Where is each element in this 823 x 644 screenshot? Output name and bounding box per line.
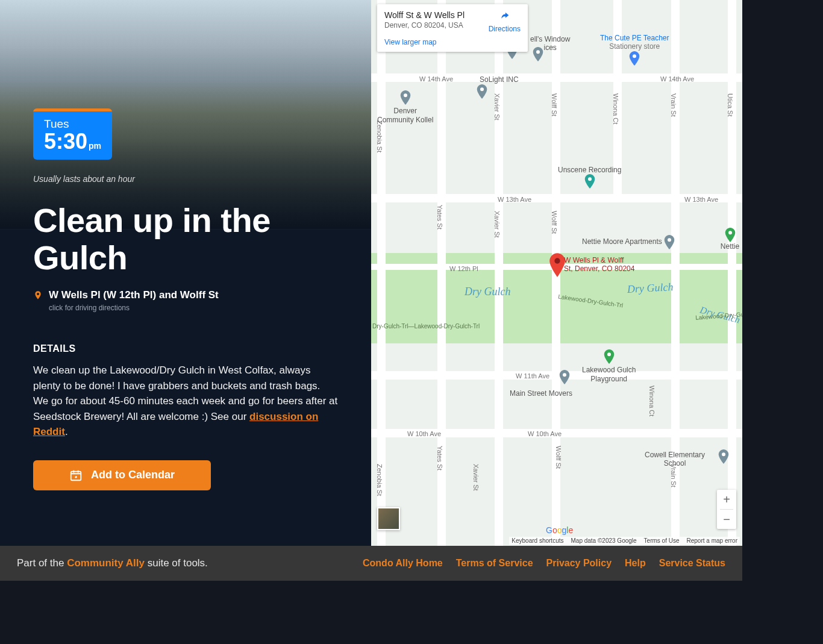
- map-data-label: Map data ©2023 Google: [571, 537, 636, 544]
- svg-point-7: [722, 452, 725, 456]
- road-label: Xavier St: [493, 93, 501, 120]
- svg-point-3: [588, 178, 592, 181]
- footer-link-status[interactable]: Service Status: [659, 558, 725, 569]
- community-ally-link[interactable]: Community Ally: [67, 557, 145, 569]
- road-label: W 14th Ave: [419, 75, 453, 83]
- road-label: Wolff St: [555, 446, 562, 469]
- tree-pin-icon: [725, 228, 736, 242]
- view-larger-map-link[interactable]: View larger map: [384, 38, 436, 46]
- tree-pin-icon: [604, 349, 615, 364]
- shopping-pin-icon: [629, 51, 640, 66]
- footer-link-privacy[interactable]: Privacy Policy: [546, 558, 612, 569]
- road-label: W 12th Pl: [449, 265, 478, 272]
- poi[interactable]: Nettie Moore Apartments: [582, 235, 675, 249]
- svg-point-8: [480, 87, 484, 91]
- keyboard-shortcuts-link[interactable]: Keyboard shortcuts: [512, 537, 563, 544]
- svg-point-5: [728, 231, 732, 234]
- road-label: Yates St: [436, 446, 443, 470]
- road-label: Winona Ct: [612, 93, 619, 124]
- road-label: Wolff St: [551, 93, 558, 116]
- road-label: Winona Ct: [648, 386, 656, 416]
- directions-link[interactable]: Directions: [489, 10, 521, 47]
- map-card-title: Wolff St & W Wells Pl: [384, 10, 465, 20]
- footer-link-terms[interactable]: Terms of Service: [456, 558, 533, 569]
- details-body: We clean up the Lakewood/Dry Gulch in We…: [33, 363, 338, 440]
- poi[interactable]: Nettie: [718, 228, 742, 251]
- satellite-toggle[interactable]: [377, 507, 400, 530]
- time-badge: Tues 5:30 pm: [33, 108, 112, 160]
- footer-tagline: Part of the Community Ally suite of tool…: [17, 557, 208, 569]
- place-pin-icon: [400, 90, 411, 105]
- road-label: Vrain St: [670, 93, 677, 117]
- poi[interactable]: Unscene Recording: [558, 166, 621, 191]
- event-ampm: pm: [89, 142, 101, 150]
- svg-point-2: [404, 93, 407, 97]
- footer-link-help[interactable]: Help: [625, 558, 646, 569]
- calendar-icon: [69, 469, 83, 482]
- directions-icon: [498, 10, 511, 23]
- place-pin-icon: [477, 84, 487, 99]
- location-link[interactable]: W Wells Pl (W 12th Pl) and Wolff St clic…: [33, 289, 338, 312]
- zoom-in-button[interactable]: +: [717, 490, 736, 509]
- location-pin-icon: [33, 290, 43, 300]
- road: [728, 0, 736, 546]
- road-label: Wolff St: [551, 211, 558, 234]
- road-label: W 10th Ave: [528, 430, 562, 437]
- road-label: Xavier St: [472, 464, 480, 491]
- footer-link-condo[interactable]: Condo Ally Home: [363, 558, 443, 569]
- zoom-controls: + −: [717, 490, 736, 529]
- add-to-calendar-button[interactable]: Add to Calendar: [33, 460, 211, 490]
- details-heading: DETAILS: [33, 343, 338, 354]
- zoom-out-button[interactable]: −: [717, 510, 736, 529]
- place-pin-icon: [664, 235, 675, 249]
- road-label: W 10th Ave: [407, 430, 441, 437]
- poi[interactable]: DenverCommunity Kollel: [377, 90, 433, 124]
- road-label: Utica St: [727, 93, 734, 117]
- creek-label: Dry Gulch: [465, 286, 510, 298]
- event-title: Clean up in the Gulch: [33, 202, 338, 276]
- footer-links: Condo Ally Home Terms of Service Privacy…: [363, 558, 725, 569]
- map-panel[interactable]: W 14th Ave W 14th Ave W 13th Ave W 13th …: [371, 0, 742, 546]
- event-duration: Usually lasts about an hour: [33, 174, 338, 184]
- map-marker-icon[interactable]: [549, 253, 566, 277]
- svg-point-4: [668, 238, 671, 242]
- add-calendar-label: Add to Calendar: [91, 469, 175, 481]
- location-subtext: click for driving directions: [49, 304, 219, 312]
- road-label: W 13th Ave: [684, 196, 718, 203]
- road-label: W 13th Ave: [498, 196, 531, 203]
- map-attribution: Keyboard shortcuts Map data ©2023 Google…: [509, 537, 740, 545]
- map-info-card: Wolff St & W Wells Pl Denver, CO 80204, …: [377, 4, 528, 52]
- place-pin-icon: [584, 174, 595, 189]
- map-card-address: Denver, CO 80204, USA: [384, 21, 465, 30]
- svg-point-12: [554, 258, 560, 263]
- svg-point-11: [563, 373, 566, 377]
- svg-point-10: [536, 50, 540, 54]
- poi[interactable]: Main Street Movers: [510, 389, 572, 398]
- place-pin-icon: [559, 370, 570, 384]
- poi[interactable]: The Cute PE TeacherStationery store: [600, 34, 669, 67]
- svg-point-1: [633, 54, 636, 58]
- report-error-link[interactable]: Report a map error: [687, 537, 737, 544]
- event-time: 5:30: [44, 131, 87, 152]
- svg-point-6: [607, 352, 611, 356]
- road-label: Zenobia St: [376, 464, 383, 496]
- marker-label: W Wells Pl & WolffSt, Denver, CO 80204: [564, 256, 634, 274]
- road-label: W 14th Ave: [660, 75, 694, 83]
- road-label: Zenobia St: [376, 120, 383, 152]
- road-label: W 11th Ave: [516, 372, 549, 380]
- footer: Part of the Community Ally suite of tool…: [0, 546, 742, 581]
- event-details-panel: Tues 5:30 pm Usually lasts about an hour…: [0, 0, 371, 546]
- place-pin-icon: [533, 47, 543, 61]
- trail-label: Dry-Gulch-Trl—Lakewood-Dry-Gulch-Trl: [372, 323, 480, 330]
- road-label: Yates St: [436, 205, 443, 230]
- poi[interactable]: Lakewood GulchPlayground: [582, 349, 636, 383]
- map-canvas[interactable]: W 14th Ave W 14th Ave W 13th Ave W 13th …: [371, 0, 742, 546]
- place-pin-icon: [718, 449, 729, 464]
- poi[interactable]: SoLight INC: [480, 75, 519, 84]
- location-text: W Wells Pl (W 12th Pl) and Wolff St: [49, 289, 219, 301]
- creek-label: Dry Gulch: [627, 281, 674, 296]
- terms-link[interactable]: Terms of Use: [644, 537, 680, 544]
- svg-rect-0: [71, 471, 81, 480]
- road-label: Xavier St: [493, 211, 501, 238]
- poi[interactable]: Cowell ElementarySchool: [645, 451, 705, 468]
